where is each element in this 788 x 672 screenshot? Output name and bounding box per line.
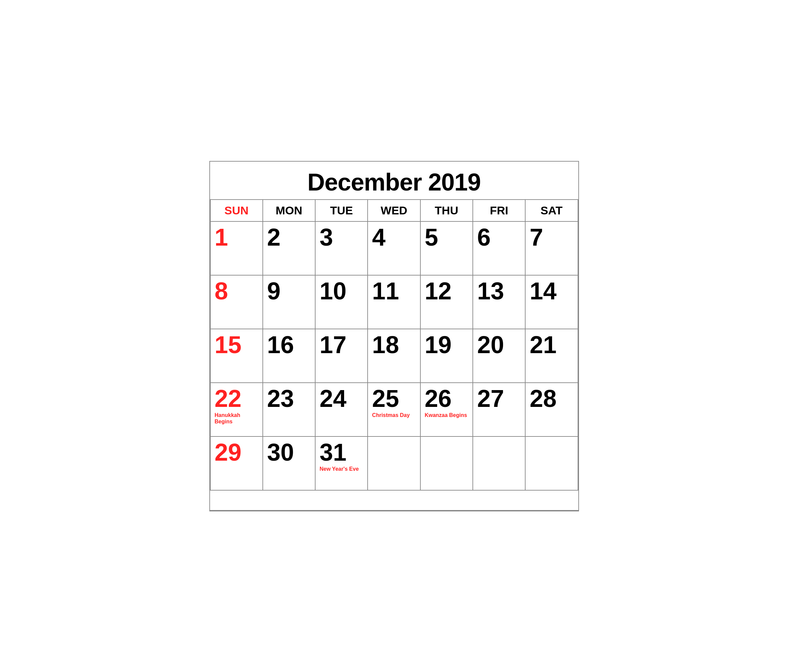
event-label: Hanukkah Begins	[215, 412, 258, 425]
day-cell: 1	[211, 222, 263, 275]
day-number: 24	[319, 386, 363, 411]
day-cell: 22Hanukkah Begins	[211, 383, 263, 437]
day-cell: 26Kwanzaa Begins	[421, 383, 473, 437]
day-cell: 25Christmas Day	[368, 383, 420, 437]
day-number: 3	[319, 225, 363, 249]
day-number: 25	[372, 386, 416, 411]
day-cell: 2	[263, 222, 316, 275]
day-number: 19	[425, 333, 469, 357]
day-header-thu: THU	[421, 200, 473, 222]
day-number: 21	[530, 333, 573, 357]
day-cell: 17	[316, 329, 368, 383]
day-cell: 9	[263, 275, 316, 329]
day-number: 2	[267, 225, 311, 249]
day-cell: 3	[316, 222, 368, 275]
day-cell: 10	[316, 275, 368, 329]
event-label: Kwanzaa Begins	[425, 412, 469, 418]
day-cell: 5	[421, 222, 473, 275]
day-cell: 28	[526, 383, 578, 437]
day-header-sat: SAT	[526, 200, 578, 222]
day-cell: 8	[211, 275, 263, 329]
day-number: 17	[319, 333, 363, 357]
day-number: 20	[477, 333, 521, 357]
day-number: 23	[267, 386, 311, 411]
day-number: 26	[425, 386, 469, 411]
day-cell: 29	[211, 437, 263, 491]
day-number: 11	[372, 279, 416, 303]
day-number: 27	[477, 386, 521, 411]
day-cell: 24	[316, 383, 368, 437]
day-cell: 13	[473, 275, 526, 329]
day-number: 7	[530, 225, 573, 249]
day-number: 12	[425, 279, 469, 303]
day-cell	[473, 437, 526, 491]
day-cell: 30	[263, 437, 316, 491]
day-cell: 15	[211, 329, 263, 383]
day-cell: 16	[263, 329, 316, 383]
calendar-grid: SUNMONTUEWEDTHUFRISAT1234567891011121314…	[210, 200, 578, 491]
day-cell: 21	[526, 329, 578, 383]
day-header-tue: TUE	[316, 200, 368, 222]
day-number: 28	[530, 386, 573, 411]
day-header-sun: SUN	[211, 200, 263, 222]
day-cell: 14	[526, 275, 578, 329]
day-cell: 4	[368, 222, 420, 275]
day-cell: 27	[473, 383, 526, 437]
day-cell: 31New Year's Eve	[316, 437, 368, 491]
day-number: 18	[372, 333, 416, 357]
day-cell: 6	[473, 222, 526, 275]
day-number: 16	[267, 333, 311, 357]
day-cell	[526, 437, 578, 491]
day-header-mon: MON	[263, 200, 316, 222]
day-number: 30	[267, 440, 311, 464]
calendar-title: December 2019	[210, 162, 578, 200]
day-number: 15	[215, 333, 258, 357]
day-cell: 20	[473, 329, 526, 383]
day-header-wed: WED	[368, 200, 420, 222]
day-number: 31	[319, 440, 363, 464]
day-cell	[421, 437, 473, 491]
day-number: 22	[215, 386, 258, 411]
day-number: 13	[477, 279, 521, 303]
day-number: 14	[530, 279, 573, 303]
calendar: December 2019 SUNMONTUEWEDTHUFRISAT12345…	[209, 161, 579, 512]
day-cell: 19	[421, 329, 473, 383]
day-number: 29	[215, 440, 258, 464]
day-number: 4	[372, 225, 416, 249]
day-number: 10	[319, 279, 363, 303]
event-label: New Year's Eve	[319, 466, 363, 472]
day-cell: 7	[526, 222, 578, 275]
event-label: Christmas Day	[372, 412, 416, 418]
day-header-fri: FRI	[473, 200, 526, 222]
day-number: 6	[477, 225, 521, 249]
day-cell: 12	[421, 275, 473, 329]
day-number: 5	[425, 225, 469, 249]
day-number: 1	[215, 225, 258, 249]
calendar-footer	[210, 491, 578, 511]
day-number: 9	[267, 279, 311, 303]
day-number: 8	[215, 279, 258, 303]
day-cell: 23	[263, 383, 316, 437]
day-cell: 11	[368, 275, 420, 329]
day-cell	[368, 437, 420, 491]
day-cell: 18	[368, 329, 420, 383]
